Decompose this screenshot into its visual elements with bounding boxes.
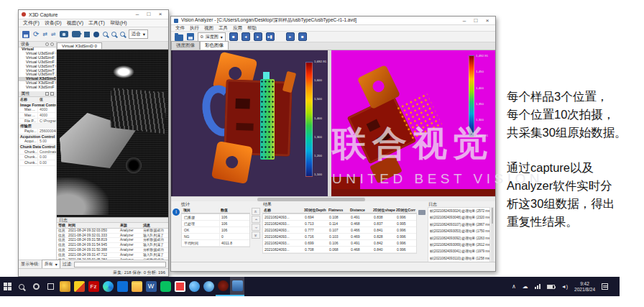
log-row[interactable]: 信息 2021-08-24 09:31:47.712 Analyzer 输入队列… [57, 253, 168, 258]
browser-2-icon[interactable] [201, 277, 216, 296]
search-icon[interactable] [14, 277, 29, 296]
vision-analyzer-taskbar-icon[interactable] [230, 277, 244, 296]
record-icon[interactable] [93, 32, 99, 37]
log-line[interactable]: 帧(20210824093110):处理结果 (1258 ms) [430, 255, 489, 262]
property-row[interactable]: Chunk...CoordinateC [19, 150, 56, 155]
property-section-title[interactable]: Acquisition Control [19, 134, 56, 139]
stats-row[interactable]: 平均时间 4011.8 [182, 240, 249, 247]
log-row[interactable]: 信息 2021-08-24 09:31:54.945 Analyzer 输入队列… [57, 243, 168, 248]
maximize-button[interactable]: □ [471, 17, 481, 24]
expand-all-icon[interactable] [45, 92, 49, 96]
save-icon[interactable] [187, 33, 194, 40]
save-icon[interactable] [22, 31, 29, 38]
results-row[interactable]: 20210824093... 0.694 0.108 0.491 0.838 0… [263, 214, 416, 221]
horizontal-scrollbar[interactable] [171, 196, 495, 201]
notepad-icon[interactable] [72, 277, 86, 296]
record-button[interactable]: ■ [298, 32, 307, 41]
log-line[interactable]: 帧(20210824093092):处理结果 (2263 ms) [430, 235, 489, 242]
wechat-icon[interactable] [158, 277, 172, 296]
menu-item[interactable]: 视图(V) [67, 19, 83, 27]
property-row[interactable]: Paylo...256000048 [19, 129, 56, 134]
capture-titlebar[interactable]: X3D Capture – □ × [19, 10, 168, 19]
volume-icon[interactable]: ◄) [561, 283, 568, 290]
refresh-icon[interactable]: ⟳ [33, 31, 39, 38]
edge-icon[interactable] [101, 277, 115, 296]
results-row[interactable]: 20210824093... 0.708 0.068 0.468 0.840 0… [263, 247, 416, 253]
depth-image-left[interactable]: 1,692.911,6001,5001,4001,3001,2001,100 [172, 50, 328, 196]
notifications-icon[interactable] [602, 283, 608, 290]
property-row[interactable]: Chunk...0.00 [19, 160, 56, 166]
minimize-button[interactable]: – [132, 11, 142, 18]
word-icon[interactable]: W [144, 277, 158, 296]
source-select[interactable]: 0: 深度图▾ [198, 32, 226, 42]
log-line[interactable]: 帧(20210824093069):处理结果 (2612 ms) [430, 242, 489, 248]
results-row[interactable]: 20210824093... 0.777 0.107 0.466 0.841 0… [263, 227, 416, 234]
property-row[interactable]: Chunk...0.00 [19, 155, 56, 160]
play-button[interactable]: ▸ [254, 32, 262, 41]
cortana-icon[interactable] [29, 277, 43, 296]
start-button[interactable] [0, 277, 14, 296]
clock[interactable]: 9:42 2021/8/24 [574, 281, 595, 293]
property-row[interactable]: File P...C:\Program Fil... [19, 119, 56, 124]
results-row[interactable]: 20210824093... 0.699 0.106 0.491 0.842 0… [263, 240, 416, 247]
print-icon[interactable] [418, 210, 426, 215]
results-row[interactable]: 20210824093... 0.713 0.114 0.468 0.837 0… [263, 221, 416, 227]
stats-row[interactable]: NG 0 [182, 234, 249, 240]
zoom-level-select[interactable]: 适合▾ [129, 29, 148, 39]
analyzer-log-list[interactable]: 帧(20210824093024):处理结果 (2572 ms)帧(202108… [428, 207, 490, 262]
connect-icon[interactable]: ⇌ [51, 31, 56, 38]
info-icon[interactable]: i [172, 209, 180, 216]
next-row-button[interactable]: ‹ [252, 224, 260, 231]
link-icon[interactable]: ⇄ [42, 31, 47, 38]
tray-expand-icon[interactable]: ∧ [512, 283, 516, 290]
app-red-icon[interactable] [172, 277, 187, 296]
log-line[interactable]: 帧(20210824093107):处理结果 (2867 ms) [430, 221, 489, 228]
menu-item[interactable]: 设备(D) [45, 19, 62, 27]
close-button[interactable]: × [482, 17, 492, 24]
collapse-all-icon[interactable] [50, 92, 54, 96]
zoom-fit-icon[interactable] [120, 32, 125, 37]
log-line[interactable]: 帧(20210824093053):处理结果 (1750 ms) [430, 228, 489, 234]
mail-icon[interactable] [115, 277, 129, 296]
log-scrollbar[interactable] [491, 207, 494, 262]
grayscale-scan-image[interactable] [57, 50, 168, 217]
stop-button[interactable]: ■ [229, 32, 238, 41]
menu-item[interactable]: 帮助 [247, 25, 257, 32]
stop-icon[interactable] [84, 32, 90, 37]
tab-color-image[interactable]: 彩色图像 [200, 41, 229, 50]
property-section-title[interactable]: Image Format Control [19, 103, 56, 108]
maximize-button[interactable]: □ [144, 11, 154, 18]
browser-1-icon[interactable] [187, 277, 201, 296]
network-icon[interactable] [535, 284, 540, 289]
open-folder-icon[interactable] [175, 35, 183, 41]
log-line[interactable]: 帧(20210824093048):处理结果 (2320 ms) [430, 214, 489, 221]
zoom-out-icon[interactable] [111, 32, 116, 37]
menu-item[interactable]: 执行 [190, 25, 199, 32]
close-button[interactable]: × [155, 11, 165, 18]
menu-item[interactable]: 帮助(H) [110, 19, 127, 27]
prev-row-button[interactable]: ‹ [252, 216, 260, 223]
stats-row[interactable]: 已处理 106 [182, 221, 249, 227]
first-row-button[interactable]: « [252, 208, 260, 215]
property-row[interactable]: Max ...4000 [19, 113, 56, 119]
menu-item[interactable]: 文件(F) [23, 19, 40, 27]
file-explorer-icon[interactable] [129, 277, 144, 296]
video-icon[interactable] [72, 31, 80, 37]
height-image-right[interactable]: 1,492.911,4501,4001,3501,3001,247.91 [331, 50, 495, 196]
analyzer-titlebar[interactable]: Vision Analyzer - [C:/Users/Longan/Deskt… [171, 17, 495, 25]
stats-row[interactable]: OK 106 [182, 227, 249, 234]
log-row[interactable]: 信息 2021-08-24 09:31:58.819 Analyzer 分析数据… [57, 238, 168, 243]
property-row[interactable]: Max ...4000 [19, 107, 56, 113]
run-button[interactable]: ▸ [286, 32, 295, 41]
menu-item[interactable]: 视图 [204, 25, 213, 32]
battery-icon[interactable] [547, 285, 555, 289]
app-yellow-icon[interactable] [58, 277, 72, 296]
camera-icon[interactable] [60, 31, 68, 37]
task-view-icon[interactable] [43, 277, 58, 296]
property-section-title[interactable]: 传输层 [19, 124, 56, 129]
last-row-button[interactable]: « [252, 232, 260, 239]
zoom-in-icon[interactable] [103, 32, 108, 37]
log-row[interactable]: 信息 2021-08-24 09:32:01.333 Analyzer 输入队列… [57, 234, 168, 239]
log-line[interactable]: 帧(20210824093041):处理结果 (1979 ms) [430, 248, 489, 255]
step-back-button[interactable]: ◂ [242, 32, 250, 41]
